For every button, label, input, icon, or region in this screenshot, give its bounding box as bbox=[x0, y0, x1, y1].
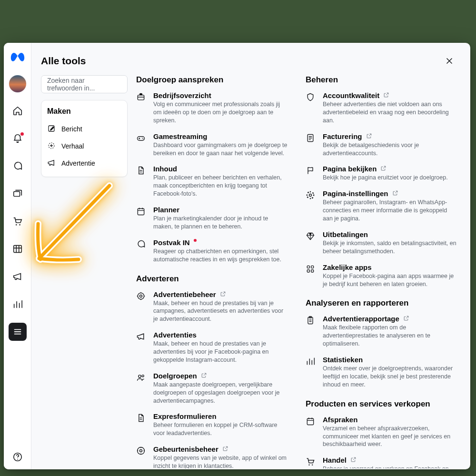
tool-desc: Beheer advertenties die niet voldoen aan… bbox=[323, 100, 458, 125]
search-placeholder: Zoeken naar trefwoorden in... bbox=[47, 77, 121, 92]
tool-title: Inhoud bbox=[153, 165, 288, 173]
section-title: Producten en services verkopen bbox=[306, 399, 458, 409]
section-title: Adverteren bbox=[136, 274, 288, 284]
receipt-icon bbox=[306, 132, 316, 158]
nav-help[interactable] bbox=[9, 451, 27, 469]
tool-desc: Bekijk hoe je pagina eruitziet voor je d… bbox=[323, 174, 448, 182]
tool-title: Uitbetalingen bbox=[323, 230, 458, 238]
tool-title: Advertentierapportage bbox=[323, 315, 458, 323]
tool-desc: Reageer op chatberichten en opmerkingen,… bbox=[153, 248, 288, 264]
clipboard-icon bbox=[306, 315, 316, 348]
nav-inbox[interactable] bbox=[9, 157, 27, 175]
tool-title: Pagina-instellingen bbox=[323, 189, 458, 198]
external-link-icon bbox=[201, 372, 207, 380]
tool-desc: Maak aangepaste doelgroepen, vergelijkba… bbox=[153, 381, 288, 405]
tool-desc: Volg en communiceer met professionals zo… bbox=[153, 100, 288, 125]
tool-item[interactable]: Advertenties Maak, beheer en houd de pre… bbox=[136, 331, 288, 364]
all-tools-panel: Alle tools Zoeken naar trefwoorden in...… bbox=[4, 43, 470, 469]
plus-circle-icon bbox=[47, 141, 56, 151]
section-title: Analyseren en rapporteren bbox=[306, 298, 458, 308]
search-input[interactable]: Zoeken naar trefwoorden in... bbox=[41, 75, 128, 93]
section-title: Doelgroep aanspreken bbox=[136, 75, 288, 85]
tool-item[interactable]: Pagina bekijken Bekijk hoe je pagina eru… bbox=[306, 165, 458, 182]
external-link-icon bbox=[403, 315, 409, 323]
tool-title: Zakelijke apps bbox=[323, 263, 458, 271]
tool-title: Postvak IN bbox=[153, 238, 288, 247]
tool-title: Expresformulieren bbox=[153, 412, 288, 420]
file-icon bbox=[136, 165, 147, 198]
tool-desc: Dashboard voor gamingmakers om je doelgr… bbox=[153, 141, 288, 158]
tool-item[interactable]: Statistieken Ontdek meer over je doelgro… bbox=[306, 356, 458, 389]
bars-icon bbox=[306, 356, 316, 389]
external-link-icon bbox=[383, 91, 389, 99]
create-plus-circle[interactable]: Verhaal bbox=[47, 138, 121, 155]
nav-commerce[interactable] bbox=[9, 212, 27, 230]
target-icon bbox=[136, 290, 147, 324]
tool-item[interactable]: Uitbetalingen Bekijk je inkomsten, saldo… bbox=[306, 230, 458, 256]
tool-item[interactable]: Planner Plan je marketingkalender door j… bbox=[136, 206, 288, 231]
tool-item[interactable]: Postvak IN Reageer op chatberichten en o… bbox=[136, 238, 288, 264]
nav-all-tools[interactable] bbox=[9, 323, 27, 341]
tool-item[interactable]: Inhoud Plan, publiceer en beheer bericht… bbox=[136, 165, 288, 198]
briefcase-icon bbox=[136, 91, 147, 125]
tool-item[interactable]: Handel Beheer je voorraad en verkoop op … bbox=[306, 456, 458, 468]
tool-desc: Maak, beheer en houd de prestaties van j… bbox=[153, 340, 288, 364]
tool-item[interactable]: Advertentierapportage Maak flexibele rap… bbox=[306, 315, 458, 348]
create-label: Bericht bbox=[61, 125, 82, 133]
nav-home[interactable] bbox=[9, 102, 27, 120]
tool-item[interactable]: Expresformulieren Beheer formulieren en … bbox=[136, 412, 288, 437]
tool-item[interactable]: Gamestreaming Dashboard voor gamingmaker… bbox=[136, 132, 288, 158]
gear-icon bbox=[306, 189, 316, 223]
megaphone-icon bbox=[47, 159, 56, 169]
nav-content[interactable] bbox=[9, 185, 27, 203]
external-link-icon bbox=[380, 165, 387, 173]
nav-ads[interactable] bbox=[9, 268, 27, 286]
tool-item[interactable]: Zakelijke apps Koppel je Facebook-pagina… bbox=[306, 263, 458, 288]
avatar[interactable] bbox=[9, 75, 26, 92]
left-rail bbox=[4, 43, 31, 469]
tool-item[interactable]: Gebeurtenisbeheer Koppel gegevens van je… bbox=[136, 445, 288, 468]
create-megaphone[interactable]: Advertentie bbox=[47, 155, 121, 172]
sidebar: Zoeken naar trefwoorden in... Maken Beri… bbox=[41, 75, 128, 468]
tool-desc: Plan je marketingkalender door je inhoud… bbox=[153, 215, 288, 231]
tool-item[interactable]: Afspraken Verzamel en beheer afspraakver… bbox=[306, 416, 458, 449]
diamond-icon bbox=[306, 230, 316, 256]
external-link-icon bbox=[222, 445, 228, 453]
tool-item[interactable]: Pagina-instellingen Beheer paginarollen,… bbox=[306, 189, 458, 223]
page-title: Alle tools bbox=[41, 55, 86, 67]
external-link-icon bbox=[392, 189, 398, 198]
tool-title: Bedrijfsoverzicht bbox=[153, 91, 288, 99]
shield-icon bbox=[306, 91, 316, 125]
create-card: Maken Bericht Verhaal Advertentie bbox=[41, 100, 128, 177]
tool-title: Accountkwaliteit bbox=[323, 91, 458, 99]
tool-item[interactable]: Accountkwaliteit Beheer advertenties die… bbox=[306, 91, 458, 125]
calendar-icon bbox=[306, 416, 316, 449]
calendar-icon bbox=[136, 206, 147, 231]
compose-icon bbox=[47, 124, 56, 134]
create-compose[interactable]: Bericht bbox=[47, 120, 121, 138]
section-title: Beheren bbox=[306, 75, 458, 85]
tool-desc: Beheer paginarollen, Instagram- en Whats… bbox=[323, 198, 458, 223]
tool-item[interactable]: Doelgroepen Maak aangepaste doelgroepen,… bbox=[136, 372, 288, 405]
nav-insights[interactable] bbox=[9, 295, 27, 313]
tool-desc: Koppel je Facebook-pagina aan apps waarm… bbox=[323, 272, 458, 288]
megaphone-icon bbox=[136, 331, 147, 364]
tool-title: Statistieken bbox=[323, 356, 458, 364]
external-link-icon bbox=[366, 132, 372, 140]
tool-desc: Beheer je voorraad en verkoop op Faceboo… bbox=[323, 465, 458, 468]
gamepad-icon bbox=[136, 132, 147, 158]
tool-title: Pagina bekijken bbox=[323, 165, 448, 173]
create-label: Verhaal bbox=[61, 142, 84, 150]
tool-title: Advertenties bbox=[153, 331, 288, 339]
column-left: Doelgroep aanspreken Bedrijfsoverzicht V… bbox=[136, 75, 288, 468]
external-link-icon bbox=[350, 456, 357, 464]
close-button[interactable] bbox=[441, 52, 458, 69]
tool-item[interactable]: Bedrijfsoverzicht Volg en communiceer me… bbox=[136, 91, 288, 125]
nav-notifications[interactable] bbox=[9, 129, 27, 148]
file-icon bbox=[136, 412, 147, 437]
tool-title: Advertentiebeheer bbox=[153, 290, 288, 298]
tool-item[interactable]: Facturering Bekijk de betaalgeschiedenis… bbox=[306, 132, 458, 158]
nav-planner[interactable] bbox=[9, 240, 27, 258]
flag-icon bbox=[306, 165, 316, 182]
tool-item[interactable]: Advertentiebeheer Maak, beheer en houd d… bbox=[136, 290, 288, 324]
